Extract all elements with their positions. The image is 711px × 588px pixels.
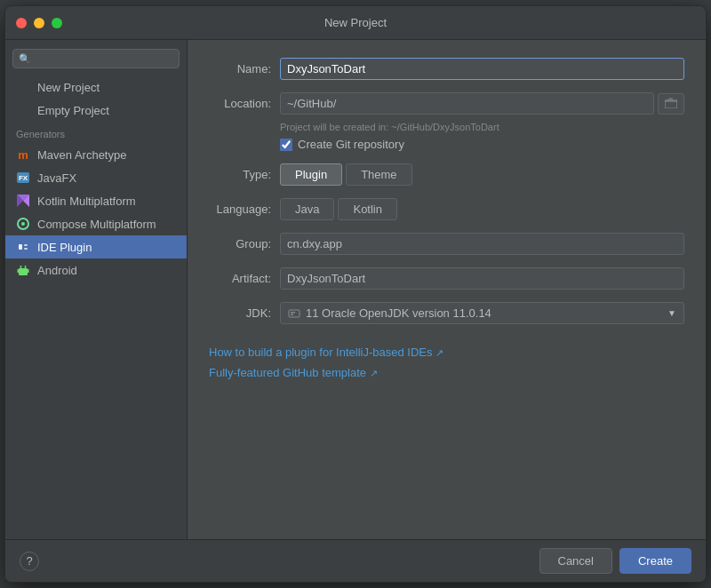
sidebar-item-compose-multiplatform[interactable]: Compose Multiplatform (5, 212, 187, 235)
svg-rect-19 (289, 310, 300, 317)
new-project-icon (16, 80, 30, 94)
svg-rect-16 (18, 269, 20, 273)
sidebar-item-kotlin-label: Kotlin Multiplatform (37, 195, 136, 208)
search-input[interactable] (35, 52, 173, 65)
sidebar-item-android[interactable]: Android (5, 258, 187, 282)
git-checkbox-row: Create Git repository (280, 138, 684, 151)
type-button-group: Plugin Theme (280, 163, 412, 186)
sidebar: 🔍 New Project Empty Project Generators m… (5, 40, 188, 539)
new-project-window: New Project 🔍 New Project Empty Project … (4, 5, 707, 583)
main-panel: Name: Location: Project will be created … (188, 40, 706, 539)
svg-point-12 (20, 266, 22, 267)
type-plugin-button[interactable]: Plugin (280, 163, 342, 186)
sidebar-item-javafx[interactable]: FX JavaFX (5, 166, 187, 189)
sidebar-item-ide-plugin-label: IDE Plugin (37, 241, 92, 254)
svg-rect-10 (24, 248, 28, 250)
jdk-dropdown[interactable]: 11 Oracle OpenJDK version 11.0.14 ▼ (280, 302, 684, 324)
jdk-value: 11 Oracle OpenJDK version 11.0.14 (306, 306, 491, 320)
sidebar-item-new-project-label: New Project (37, 81, 100, 94)
sidebar-item-maven-archetype[interactable]: m Maven Archetype (5, 143, 187, 166)
generators-section-label: Generators (5, 122, 187, 143)
maximize-button[interactable] (52, 18, 62, 28)
ide-plugin-icon (16, 240, 30, 254)
svg-text:FX: FX (19, 174, 28, 182)
close-button[interactable] (16, 18, 27, 28)
sidebar-item-compose-label: Compose Multiplatform (37, 218, 156, 231)
type-row: Type: Plugin Theme (209, 163, 684, 186)
language-label: Language: (209, 203, 271, 216)
sidebar-item-ide-plugin[interactable]: IDE Plugin (5, 235, 187, 258)
svg-point-6 (21, 222, 25, 226)
minimize-button[interactable] (34, 18, 44, 28)
sidebar-item-empty-project-label: Empty Project (37, 104, 109, 117)
cancel-button[interactable]: Cancel (539, 548, 612, 574)
link-github-template[interactable]: Fully-featured GitHub template ↗ (209, 366, 684, 379)
language-button-group: Java Kotlin (280, 198, 397, 220)
language-kotlin-button[interactable]: Kotlin (338, 198, 397, 220)
window-controls (16, 18, 62, 28)
sidebar-item-kotlin-multiplatform[interactable]: Kotlin Multiplatform (5, 189, 187, 212)
svg-rect-9 (24, 244, 28, 246)
group-input[interactable] (280, 233, 684, 255)
jdk-label: JDK: (209, 306, 271, 320)
location-row: Location: (209, 92, 684, 115)
window-title: New Project (324, 16, 387, 29)
javafx-icon: FX (16, 171, 30, 185)
sidebar-item-javafx-label: JavaFX (37, 171, 76, 185)
name-label: Name: (209, 62, 271, 75)
empty-project-icon (16, 103, 30, 117)
type-theme-button[interactable]: Theme (346, 163, 411, 186)
jdk-row: JDK: 11 Oracle OpenJDK version 11.0.14 ▼ (209, 302, 684, 324)
language-row: Language: Java Kotlin (209, 198, 684, 220)
svg-rect-21 (291, 314, 293, 315)
help-button[interactable]: ? (20, 552, 39, 571)
artifact-input[interactable] (280, 267, 684, 290)
search-bar[interactable]: 🔍 (12, 49, 180, 68)
location-field-group (280, 92, 684, 115)
name-input[interactable] (280, 58, 684, 80)
create-git-checkbox[interactable] (280, 139, 292, 151)
titlebar: New Project (5, 6, 706, 40)
svg-rect-20 (291, 312, 295, 314)
type-label: Type: (209, 168, 271, 181)
action-buttons: Cancel Create (539, 548, 692, 574)
svg-rect-11 (19, 268, 28, 275)
sidebar-item-android-label: Android (37, 264, 77, 277)
svg-rect-8 (19, 244, 22, 250)
bottom-bar: ? Cancel Create (5, 539, 706, 582)
search-icon: 🔍 (19, 53, 31, 65)
artifact-row: Artifact: (209, 267, 684, 290)
location-input[interactable] (280, 92, 654, 115)
sidebar-item-maven-label: Maven Archetype (37, 148, 126, 162)
browse-button[interactable] (658, 93, 684, 115)
create-button[interactable]: Create (619, 548, 691, 574)
artifact-label: Artifact: (209, 272, 271, 285)
content-area: 🔍 New Project Empty Project Generators m… (5, 40, 706, 539)
android-icon (16, 263, 30, 277)
sidebar-item-empty-project[interactable]: Empty Project (5, 99, 187, 122)
group-row: Group: (209, 233, 684, 255)
location-label: Location: (209, 97, 271, 110)
maven-icon: m (16, 147, 30, 162)
links-section: How to build a plugin for IntelliJ-based… (209, 346, 684, 379)
svg-rect-17 (28, 269, 29, 273)
jdk-dropdown-arrow: ▼ (667, 308, 676, 318)
svg-point-13 (25, 266, 27, 267)
language-java-button[interactable]: Java (280, 198, 334, 220)
compose-icon (16, 217, 30, 231)
link-build-plugin[interactable]: How to build a plugin for IntelliJ-based… (209, 346, 684, 359)
group-label: Group: (209, 237, 271, 250)
kotlin-icon (16, 194, 30, 208)
sidebar-item-new-project[interactable]: New Project (5, 75, 187, 99)
create-git-label[interactable]: Create Git repository (298, 138, 404, 151)
name-row: Name: (209, 58, 684, 80)
location-hint: Project will be created in: ~/GitHub/Dxy… (280, 122, 684, 132)
